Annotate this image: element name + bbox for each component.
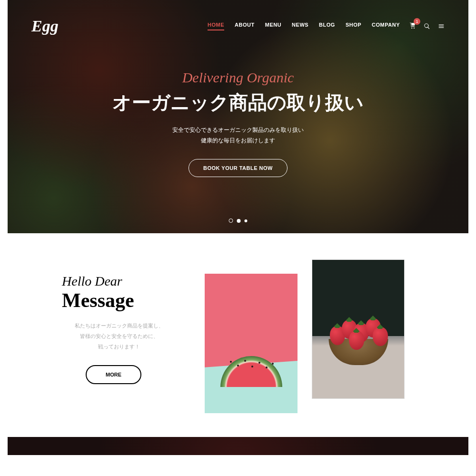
- menu-icon[interactable]: [438, 23, 445, 30]
- nav-right: HOME ABOUT MENU NEWS BLOG SHOP COMPANY 1: [208, 22, 445, 30]
- message-body-line3: 戦っております！: [62, 341, 176, 352]
- hero-section: Egg HOME ABOUT MENU NEWS BLOG SHOP COMPA…: [8, 0, 468, 233]
- nav-item-about[interactable]: ABOUT: [235, 22, 255, 30]
- carousel-dots: [229, 218, 248, 223]
- nav-item-blog[interactable]: BLOG: [319, 22, 335, 30]
- search-icon[interactable]: [424, 23, 430, 30]
- book-table-button[interactable]: BOOK YOUR TABLE NOW: [188, 159, 288, 177]
- carousel-dot-2[interactable]: [237, 219, 241, 223]
- nav-icons: 1: [409, 22, 445, 30]
- nav-item-company[interactable]: COMPANY: [372, 22, 400, 30]
- nav-item-menu[interactable]: MENU: [265, 22, 281, 30]
- hero-sub-line2: 健康的な毎日をお届けします: [8, 136, 468, 146]
- logo[interactable]: Egg: [31, 17, 59, 35]
- nav-item-home[interactable]: HOME: [208, 22, 224, 30]
- message-body-line1: 私たちはオーガニック商品を提案し、: [62, 320, 176, 331]
- hero-content: Delivering Organic オーガニック商品の取り扱い 安全で安心でき…: [8, 35, 468, 177]
- carousel-dot-1[interactable]: [229, 218, 233, 223]
- message-script: Hello Dear: [62, 274, 200, 289]
- more-button[interactable]: MORE: [86, 365, 141, 384]
- carousel-dot-3[interactable]: [245, 219, 248, 222]
- footer-strip: [8, 437, 468, 455]
- watermelon-image: [205, 274, 298, 413]
- nav-item-shop[interactable]: SHOP: [346, 22, 361, 30]
- top-nav: Egg HOME ABOUT MENU NEWS BLOG SHOP COMPA…: [8, 0, 468, 35]
- message-section: Hello Dear Message 私たちはオーガニック商品を提案し、 皆様の…: [0, 233, 476, 437]
- nav-links: HOME ABOUT MENU NEWS BLOG SHOP COMPANY: [208, 22, 400, 30]
- hero-sub-line1: 安全で安心できるオーガニック製品のみを取り扱い: [8, 125, 468, 136]
- hero-title: オーガニック商品の取り扱い: [8, 89, 468, 116]
- strawberry-image: [312, 259, 405, 399]
- nav-item-news[interactable]: NEWS: [292, 22, 308, 30]
- image-card-strawberry: [312, 259, 405, 413]
- message-title: Message: [62, 289, 200, 312]
- cart-badge: 1: [414, 18, 420, 25]
- image-card-watermelon: [205, 274, 298, 413]
- hero-script-text: Delivering Organic: [8, 69, 468, 86]
- message-text-block: Hello Dear Message 私たちはオーガニック商品を提案し、 皆様の…: [29, 274, 200, 384]
- hero-subtitle: 安全で安心できるオーガニック製品のみを取り扱い 健康的な毎日をお届けします: [8, 125, 468, 146]
- message-images: [205, 274, 405, 413]
- message-body: 私たちはオーガニック商品を提案し、 皆様の安心と安全を守るために、 戦っておりま…: [62, 320, 176, 352]
- message-body-line2: 皆様の安心と安全を守るために、: [62, 331, 176, 341]
- cart-button[interactable]: 1: [409, 22, 416, 30]
